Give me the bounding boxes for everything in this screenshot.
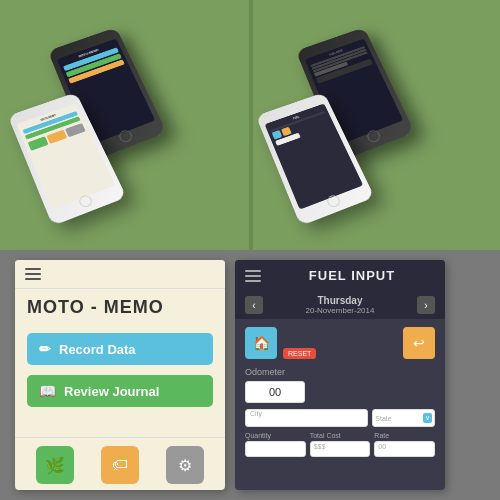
top-right-panel: FUEL INPUT FUEL [251,0,500,250]
fuel-input-title: FUEL INPUT [269,268,435,283]
rate-col: Rate 00 [374,432,435,457]
book-icon: 📖 [39,383,56,399]
left-app-header [15,260,225,289]
left-app-panel: MOTO - MEMO ✏ Record Data 📖 Review Journ… [15,260,225,490]
date-label: 20-November-2014 [306,306,375,315]
total-cost-input[interactable]: $$$ [310,441,371,457]
right-app-panel: FUEL INPUT ‹ Thursday 20-November-2014 ›… [235,260,445,490]
prev-date-button[interactable]: ‹ [245,296,263,314]
odometer-label: Odometer [245,367,435,377]
right-hamburger-icon[interactable] [245,270,261,282]
state-input[interactable]: State ∨ [372,409,435,427]
day-label: Thursday [306,295,375,306]
top-left-panel: MOTO-MEMO MOTO-MEMO [0,0,249,250]
next-date-button[interactable]: › [417,296,435,314]
pencil-icon: ✏ [39,341,51,357]
rate-label: Rate [374,432,435,439]
back-button[interactable]: ↩ [403,327,435,359]
right-app-header: FUEL INPUT [235,260,445,291]
quantity-col: Quantity [245,432,306,457]
quantity-label: Quantity [245,432,306,439]
state-dropdown-icon[interactable]: ∨ [423,413,432,423]
total-cost-label: Total Cost [310,432,371,439]
footer-btn-leaf[interactable]: 🌿 [36,446,74,484]
app-footer: 🌿 🏷 ⚙ [15,437,225,490]
footer-btn-settings[interactable]: ⚙ [166,446,204,484]
city-state-row: City State ∨ [245,409,435,427]
quantity-input[interactable] [245,441,306,457]
rate-input[interactable]: 00 [374,441,435,457]
bottom-section: MOTO - MEMO ✏ Record Data 📖 Review Journ… [0,250,500,500]
action-icons-row: 🏠 RESET ↩ [245,327,435,359]
top-section: MOTO-MEMO MOTO-MEMO [0,0,500,250]
footer-btn-tag[interactable]: 🏷 [101,446,139,484]
quantity-row: Quantity Total Cost $$$ Rate 00 [245,432,435,457]
date-navigation: ‹ Thursday 20-November-2014 › [235,291,445,319]
main-content-area: ✏ Record Data 📖 Review Journal [15,318,225,432]
review-journal-button[interactable]: 📖 Review Journal [27,375,213,407]
hamburger-menu-icon[interactable] [25,268,41,280]
total-cost-col: Total Cost $$$ [310,432,371,457]
city-input[interactable]: City [245,409,368,427]
app-title: MOTO - MEMO [27,297,213,318]
fuel-body: 🏠 RESET ↩ Odometer 00 City State ∨ [235,319,445,465]
record-data-button[interactable]: ✏ Record Data [27,333,213,365]
reset-button[interactable]: RESET [283,348,316,359]
odometer-input[interactable]: 00 [245,381,305,403]
home-button[interactable]: 🏠 [245,327,277,359]
